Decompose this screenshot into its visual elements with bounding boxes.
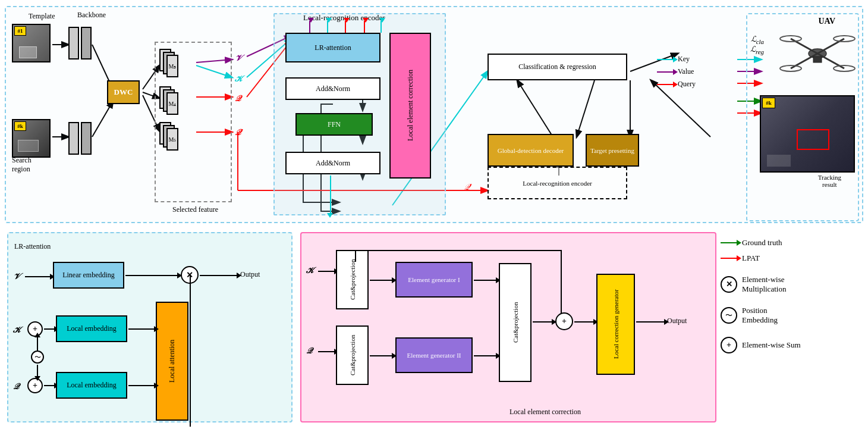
eg1-to-cat2 [474,280,498,281]
svg-rect-63 [813,57,822,62]
eg2-to-cat2 [474,355,498,356]
query-text: Query [678,80,696,89]
template-text: Template [29,12,55,21]
search-backbone-1 [68,122,79,155]
search-car [18,140,39,152]
bottom-left-section: LR-attention 𝒱 Linear embedding ✕ Output… [7,232,293,422]
k-bypass-v1 [355,250,356,262]
sum-icon: + [721,337,737,353]
uav-drone [779,21,856,80]
q-prime-label: 𝒬' [235,128,243,137]
ew-mult-legend: ✕ Element-wiseMultiplication [721,275,863,294]
m3-block: M₃ [166,55,178,77]
lpat-arrowhead [737,255,741,261]
v-label-bottom: 𝒱 [13,272,18,281]
template-backbone-1 [68,27,79,60]
k-bypass-h [355,250,562,251]
k-label: 𝒦 [235,74,241,84]
q-to-la-arrow [154,383,159,389]
template-label: #1 [14,26,26,36]
value-text: Value [678,67,694,76]
lec-bottom-label: Local element correction [510,408,581,417]
cat-projection-right: Cat&projection [499,263,532,382]
gt-text: Ground truth [742,238,782,248]
k-arrow-line [327,21,328,33]
v-label: 𝒱 [235,54,240,63]
encoder-output-line [330,176,331,214]
q-label: 𝒬 [235,94,241,104]
search-backbone-2 [81,122,92,155]
linear-embedding-block: Linear embedding [53,262,124,289]
cat2-to-plus [533,321,553,323]
tracking-bbox [797,129,829,150]
cat-projection-q: Cat&projection [336,325,369,385]
sum-circle-right: + [555,312,573,330]
local-embedding-q: Local embedding [56,372,127,399]
local-embedding-k: Local embedding [56,315,127,342]
gt-line [721,242,738,243]
gt-arrowhead [737,240,741,246]
classification-block: Classification & regression [488,54,627,80]
bottom-right-section: 𝒦 𝒬 Cat&projection Cat&projection Elemen… [300,232,716,422]
add-norm-1: Add&Norm [285,77,380,100]
q-arrow-line [345,21,346,33]
q2-arrow-line [364,21,365,33]
la-up-line2 [190,352,191,353]
pos-emb-icon: 〜 [721,307,737,324]
m4-block: M₄ [166,92,178,115]
tracking-result-label: #k [762,98,775,108]
plus-to-lcg [574,321,595,323]
wave-to-q [37,365,38,378]
q-to-cat [318,351,336,352]
lr-encoder-bottom: Local-recognition encoder [488,167,627,199]
target-presetting-block: Target presetting [586,134,639,167]
m5-block: M₅ [166,128,178,151]
query-legend: Query [657,80,696,89]
le-arrow [125,275,179,276]
k-to-la [128,328,156,330]
q-label-right: 𝒬 [306,346,312,356]
q-prime-bottom: 𝒬' [464,183,471,192]
add-norm-2: Add&Norm [285,152,380,174]
mult-icon: ✕ [721,276,737,293]
k-circle-arrow [44,328,56,330]
ew-mult-text: Element-wiseMultiplication [742,275,786,294]
search-image: #k [12,119,51,158]
legend-area: Key Value Query [657,55,696,92]
key-text: Key [678,55,690,64]
lr-attention-label-bottom: LR-attention [14,242,51,251]
value-arrow [673,69,678,75]
ground-truth-legend: Ground truth [721,238,863,248]
position-embedding-wave: 〜 [31,350,44,364]
k-to-cat [318,271,336,272]
loss-reg: ℒreg [750,45,764,55]
lpat-line [721,258,738,259]
template-backbone-2 [81,27,92,60]
v-arrow-line [309,21,310,33]
backbone-text: Backbone [77,11,106,20]
query-line [657,84,675,85]
v-arrow-bottom [25,276,52,277]
ew-sum-legend: + Element-wise Sum [721,337,863,353]
selected-feature-label: Selected feature [172,205,218,214]
value-line [657,71,675,73]
la-to-circle-v [190,275,191,352]
template-car [19,46,37,58]
road-lines [767,155,791,167]
k-label-right: 𝒦 [306,266,313,276]
output-arrow-bottom [200,275,238,276]
k2-arrow-line [380,21,382,33]
key-line [657,59,675,60]
loss-cla: ℒcla [751,35,764,45]
key-arrow [673,57,678,62]
query-arrow [673,82,678,87]
search-text: Searchregion [12,156,32,174]
lr-attention-block: LR-attention [285,33,380,62]
key-legend: Key [657,55,696,64]
lcg-to-output [636,321,666,323]
lpat-text: LPAT [742,253,760,263]
main-container: #1 Template #k Searchregion Backbone DWC… [0,0,868,432]
lpat-legend: LPAT [721,253,863,263]
wave-to-k-arrow [34,333,40,337]
tracking-result-text: Trackingresult [818,174,841,188]
